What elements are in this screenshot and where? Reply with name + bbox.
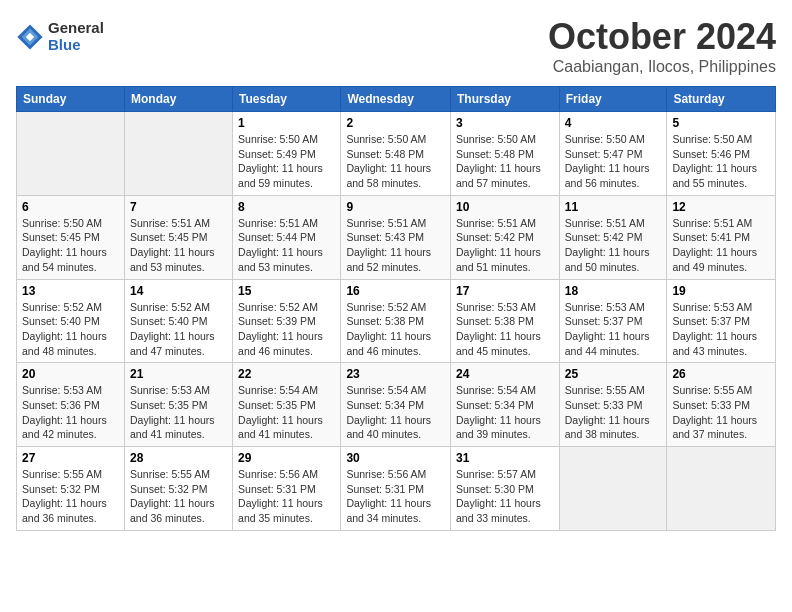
day-info: Sunrise: 5:51 AMSunset: 5:42 PMDaylight:… [456,216,554,275]
calendar-cell: 9Sunrise: 5:51 AMSunset: 5:43 PMDaylight… [341,195,451,279]
header-sunday: Sunday [17,87,125,112]
day-info: Sunrise: 5:50 AMSunset: 5:45 PMDaylight:… [22,216,119,275]
day-info: Sunrise: 5:53 AMSunset: 5:36 PMDaylight:… [22,383,119,442]
calendar-cell [17,112,125,196]
day-info: Sunrise: 5:50 AMSunset: 5:48 PMDaylight:… [456,132,554,191]
day-info: Sunrise: 5:50 AMSunset: 5:47 PMDaylight:… [565,132,662,191]
day-number: 21 [130,367,227,381]
day-info: Sunrise: 5:55 AMSunset: 5:32 PMDaylight:… [22,467,119,526]
logo-text: General Blue [48,20,104,53]
header: General Blue October 2024 Caabiangan, Il… [16,16,776,76]
calendar-cell: 25Sunrise: 5:55 AMSunset: 5:33 PMDayligh… [559,363,667,447]
day-number: 30 [346,451,445,465]
logo-general: General [48,20,104,37]
day-info: Sunrise: 5:51 AMSunset: 5:41 PMDaylight:… [672,216,770,275]
calendar-cell: 12Sunrise: 5:51 AMSunset: 5:41 PMDayligh… [667,195,776,279]
logo-icon [16,23,44,51]
day-info: Sunrise: 5:54 AMSunset: 5:34 PMDaylight:… [346,383,445,442]
calendar-cell: 27Sunrise: 5:55 AMSunset: 5:32 PMDayligh… [17,447,125,531]
header-friday: Friday [559,87,667,112]
month-title: October 2024 [548,16,776,58]
calendar-cell: 8Sunrise: 5:51 AMSunset: 5:44 PMDaylight… [233,195,341,279]
day-number: 24 [456,367,554,381]
day-info: Sunrise: 5:57 AMSunset: 5:30 PMDaylight:… [456,467,554,526]
day-info: Sunrise: 5:55 AMSunset: 5:33 PMDaylight:… [672,383,770,442]
calendar-cell: 28Sunrise: 5:55 AMSunset: 5:32 PMDayligh… [124,447,232,531]
day-info: Sunrise: 5:50 AMSunset: 5:48 PMDaylight:… [346,132,445,191]
header-tuesday: Tuesday [233,87,341,112]
day-number: 11 [565,200,662,214]
logo: General Blue [16,20,104,53]
calendar-week-4: 20Sunrise: 5:53 AMSunset: 5:36 PMDayligh… [17,363,776,447]
day-number: 8 [238,200,335,214]
day-number: 12 [672,200,770,214]
day-number: 19 [672,284,770,298]
calendar-cell: 19Sunrise: 5:53 AMSunset: 5:37 PMDayligh… [667,279,776,363]
calendar-cell: 30Sunrise: 5:56 AMSunset: 5:31 PMDayligh… [341,447,451,531]
calendar-cell: 14Sunrise: 5:52 AMSunset: 5:40 PMDayligh… [124,279,232,363]
calendar-cell: 10Sunrise: 5:51 AMSunset: 5:42 PMDayligh… [451,195,560,279]
day-info: Sunrise: 5:51 AMSunset: 5:43 PMDaylight:… [346,216,445,275]
calendar-cell: 24Sunrise: 5:54 AMSunset: 5:34 PMDayligh… [451,363,560,447]
day-info: Sunrise: 5:53 AMSunset: 5:37 PMDaylight:… [565,300,662,359]
title-area: October 2024 Caabiangan, Ilocos, Philipp… [548,16,776,76]
day-number: 15 [238,284,335,298]
calendar-cell [124,112,232,196]
day-number: 23 [346,367,445,381]
calendar-cell: 6Sunrise: 5:50 AMSunset: 5:45 PMDaylight… [17,195,125,279]
calendar-cell: 7Sunrise: 5:51 AMSunset: 5:45 PMDaylight… [124,195,232,279]
day-number: 1 [238,116,335,130]
calendar-week-3: 13Sunrise: 5:52 AMSunset: 5:40 PMDayligh… [17,279,776,363]
calendar-cell: 11Sunrise: 5:51 AMSunset: 5:42 PMDayligh… [559,195,667,279]
day-info: Sunrise: 5:53 AMSunset: 5:37 PMDaylight:… [672,300,770,359]
calendar-header-row: SundayMondayTuesdayWednesdayThursdayFrid… [17,87,776,112]
day-number: 10 [456,200,554,214]
day-info: Sunrise: 5:52 AMSunset: 5:40 PMDaylight:… [130,300,227,359]
calendar-cell: 4Sunrise: 5:50 AMSunset: 5:47 PMDaylight… [559,112,667,196]
header-monday: Monday [124,87,232,112]
calendar-week-2: 6Sunrise: 5:50 AMSunset: 5:45 PMDaylight… [17,195,776,279]
calendar-cell: 26Sunrise: 5:55 AMSunset: 5:33 PMDayligh… [667,363,776,447]
day-info: Sunrise: 5:50 AMSunset: 5:49 PMDaylight:… [238,132,335,191]
header-thursday: Thursday [451,87,560,112]
day-number: 2 [346,116,445,130]
calendar-cell: 13Sunrise: 5:52 AMSunset: 5:40 PMDayligh… [17,279,125,363]
day-info: Sunrise: 5:55 AMSunset: 5:32 PMDaylight:… [130,467,227,526]
calendar-cell: 22Sunrise: 5:54 AMSunset: 5:35 PMDayligh… [233,363,341,447]
calendar-week-5: 27Sunrise: 5:55 AMSunset: 5:32 PMDayligh… [17,447,776,531]
day-info: Sunrise: 5:51 AMSunset: 5:45 PMDaylight:… [130,216,227,275]
day-info: Sunrise: 5:54 AMSunset: 5:34 PMDaylight:… [456,383,554,442]
day-number: 13 [22,284,119,298]
day-info: Sunrise: 5:51 AMSunset: 5:44 PMDaylight:… [238,216,335,275]
day-info: Sunrise: 5:56 AMSunset: 5:31 PMDaylight:… [238,467,335,526]
day-number: 4 [565,116,662,130]
calendar-cell: 5Sunrise: 5:50 AMSunset: 5:46 PMDaylight… [667,112,776,196]
calendar-cell: 15Sunrise: 5:52 AMSunset: 5:39 PMDayligh… [233,279,341,363]
calendar-cell: 23Sunrise: 5:54 AMSunset: 5:34 PMDayligh… [341,363,451,447]
day-number: 17 [456,284,554,298]
calendar-cell: 16Sunrise: 5:52 AMSunset: 5:38 PMDayligh… [341,279,451,363]
day-number: 5 [672,116,770,130]
calendar-cell [559,447,667,531]
header-wednesday: Wednesday [341,87,451,112]
day-info: Sunrise: 5:52 AMSunset: 5:38 PMDaylight:… [346,300,445,359]
day-number: 22 [238,367,335,381]
day-number: 29 [238,451,335,465]
day-number: 7 [130,200,227,214]
calendar-cell: 29Sunrise: 5:56 AMSunset: 5:31 PMDayligh… [233,447,341,531]
day-info: Sunrise: 5:54 AMSunset: 5:35 PMDaylight:… [238,383,335,442]
calendar-cell [667,447,776,531]
day-number: 18 [565,284,662,298]
day-info: Sunrise: 5:53 AMSunset: 5:35 PMDaylight:… [130,383,227,442]
day-info: Sunrise: 5:56 AMSunset: 5:31 PMDaylight:… [346,467,445,526]
calendar-cell: 21Sunrise: 5:53 AMSunset: 5:35 PMDayligh… [124,363,232,447]
calendar-cell: 1Sunrise: 5:50 AMSunset: 5:49 PMDaylight… [233,112,341,196]
day-info: Sunrise: 5:53 AMSunset: 5:38 PMDaylight:… [456,300,554,359]
day-number: 6 [22,200,119,214]
day-number: 9 [346,200,445,214]
day-number: 3 [456,116,554,130]
day-number: 31 [456,451,554,465]
day-number: 14 [130,284,227,298]
location-title: Caabiangan, Ilocos, Philippines [548,58,776,76]
calendar-cell: 20Sunrise: 5:53 AMSunset: 5:36 PMDayligh… [17,363,125,447]
